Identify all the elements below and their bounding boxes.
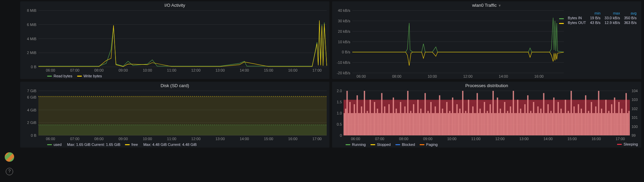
svg-rect-110 bbox=[362, 113, 364, 135]
svg-rect-142 bbox=[409, 113, 410, 135]
legend-stats: Max: 1.65 GiB Current: 1.65 GiB bbox=[67, 142, 120, 147]
svg-text:0.5: 0.5 bbox=[337, 122, 342, 126]
legend-row-out[interactable]: Bytes OUT 43 B/s12.9 kB/s363 B/s bbox=[557, 20, 639, 25]
svg-rect-280 bbox=[608, 111, 610, 135]
svg-text:06:00: 06:00 bbox=[357, 74, 366, 78]
svg-rect-249 bbox=[564, 113, 565, 135]
swatch-write bbox=[77, 76, 82, 77]
chevron-down-icon[interactable]: ▼ bbox=[498, 4, 501, 7]
svg-rect-224 bbox=[527, 95, 528, 135]
svg-rect-209 bbox=[506, 113, 507, 135]
svg-text:14:00: 14:00 bbox=[543, 137, 553, 141]
svg-rect-109 bbox=[361, 106, 362, 135]
svg-rect-276 bbox=[602, 113, 604, 135]
svg-rect-138 bbox=[403, 113, 404, 135]
svg-rect-244 bbox=[556, 113, 557, 135]
svg-text:10:00: 10:00 bbox=[447, 137, 457, 141]
svg-text:104: 104 bbox=[632, 89, 638, 93]
svg-rect-284 bbox=[614, 98, 615, 135]
svg-rect-145 bbox=[413, 104, 414, 135]
svg-rect-166 bbox=[443, 113, 445, 135]
legend-label[interactable]: Running bbox=[352, 142, 366, 147]
svg-rect-237 bbox=[546, 113, 547, 135]
svg-rect-219 bbox=[520, 109, 521, 135]
panel-title[interactable]: I/O Activity bbox=[20, 1, 329, 9]
legend-label[interactable]: Paging bbox=[426, 142, 438, 147]
panel-title[interactable]: Processes distribution bbox=[332, 82, 641, 89]
svg-rect-171 bbox=[451, 113, 452, 135]
svg-rect-205 bbox=[500, 109, 501, 135]
svg-rect-247 bbox=[560, 109, 562, 135]
svg-rect-271 bbox=[595, 106, 597, 135]
svg-text:0 B: 0 B bbox=[31, 133, 36, 137]
svg-rect-111 bbox=[364, 91, 365, 135]
svg-rect-233 bbox=[540, 109, 542, 135]
svg-text:0: 0 bbox=[340, 133, 342, 137]
svg-rect-165 bbox=[442, 109, 443, 135]
svg-rect-158 bbox=[432, 113, 433, 135]
svg-rect-125 bbox=[384, 106, 385, 135]
help-icon[interactable]: ? bbox=[6, 168, 13, 175]
svg-text:07:00: 07:00 bbox=[70, 137, 79, 141]
svg-rect-170 bbox=[449, 111, 450, 135]
svg-rect-185 bbox=[471, 113, 472, 135]
svg-text:10:00: 10:00 bbox=[428, 74, 437, 78]
legend-label[interactable]: Read bytes bbox=[54, 74, 72, 78]
legend-label[interactable]: used bbox=[54, 142, 62, 147]
svg-rect-192 bbox=[481, 113, 482, 135]
svg-rect-188 bbox=[475, 113, 477, 135]
svg-text:30 kB/s: 30 kB/s bbox=[338, 19, 350, 23]
svg-rect-98 bbox=[345, 109, 346, 135]
svg-text:08:00: 08:00 bbox=[94, 137, 104, 141]
svg-rect-228 bbox=[533, 102, 534, 135]
svg-rect-148 bbox=[417, 100, 419, 135]
svg-rect-104 bbox=[354, 104, 355, 135]
svg-rect-97 bbox=[344, 113, 345, 135]
legend-label[interactable]: free bbox=[131, 142, 138, 147]
chart-processes[interactable]: 00.51.01.52.09910010110210310406:0007:00… bbox=[332, 89, 641, 141]
svg-text:12:00: 12:00 bbox=[191, 68, 201, 72]
svg-text:4 MiB: 4 MiB bbox=[27, 37, 36, 41]
svg-text:08:00: 08:00 bbox=[94, 68, 104, 72]
svg-text:16:00: 16:00 bbox=[534, 74, 544, 78]
svg-rect-131 bbox=[393, 98, 394, 135]
legend-label[interactable]: Write bytes bbox=[84, 74, 102, 78]
svg-rect-272 bbox=[597, 113, 598, 135]
svg-text:1.0: 1.0 bbox=[337, 111, 342, 115]
svg-text:16:00: 16:00 bbox=[591, 137, 601, 141]
svg-rect-116 bbox=[371, 113, 373, 135]
svg-rect-239 bbox=[549, 113, 550, 135]
svg-rect-160 bbox=[434, 106, 436, 135]
svg-rect-186 bbox=[472, 106, 474, 135]
panel-title[interactable]: wlan0 Traffic▼ bbox=[332, 1, 641, 9]
svg-text:4 GiB: 4 GiB bbox=[27, 108, 36, 112]
svg-rect-260 bbox=[579, 113, 581, 135]
svg-rect-169 bbox=[448, 113, 449, 135]
svg-rect-264 bbox=[585, 95, 586, 135]
legend-label[interactable]: Blocked bbox=[402, 142, 415, 147]
svg-rect-157 bbox=[430, 102, 432, 135]
legend-label[interactable]: Stopped bbox=[377, 142, 391, 147]
chart-io[interactable]: 0 B2 MiB4 MiB6 MiB8 MiB06:0007:0008:0009… bbox=[20, 9, 329, 73]
svg-rect-174 bbox=[455, 113, 456, 135]
legend-sleeping[interactable]: Sleeping bbox=[617, 142, 638, 146]
svg-text:8 MiB: 8 MiB bbox=[27, 9, 36, 12]
legend: used Max: 1.65 GiB Current: 1.65 GiB fre… bbox=[20, 141, 329, 148]
svg-rect-123 bbox=[381, 93, 383, 135]
svg-rect-242 bbox=[553, 98, 554, 135]
avatar[interactable] bbox=[5, 152, 14, 162]
svg-text:0 B: 0 B bbox=[31, 65, 36, 69]
svg-text:15:00: 15:00 bbox=[264, 68, 273, 72]
svg-rect-113 bbox=[367, 111, 368, 135]
svg-rect-212 bbox=[510, 106, 511, 135]
svg-rect-238 bbox=[547, 104, 549, 135]
panel-title[interactable]: Disk (SD card) bbox=[20, 82, 329, 89]
chart-disk[interactable]: 0 B2 GiB4 GiB6 GiB7 GiB06:0007:0008:0009… bbox=[20, 89, 329, 141]
svg-rect-114 bbox=[368, 113, 369, 135]
svg-rect-102 bbox=[351, 113, 352, 135]
svg-text:13:00: 13:00 bbox=[216, 137, 225, 141]
legend-row-in[interactable]: Bytes IN 19 B/s33.0 kB/s350 B/s bbox=[557, 16, 639, 20]
svg-rect-147 bbox=[416, 113, 417, 135]
svg-rect-184 bbox=[469, 113, 471, 135]
svg-rect-161 bbox=[436, 113, 438, 135]
